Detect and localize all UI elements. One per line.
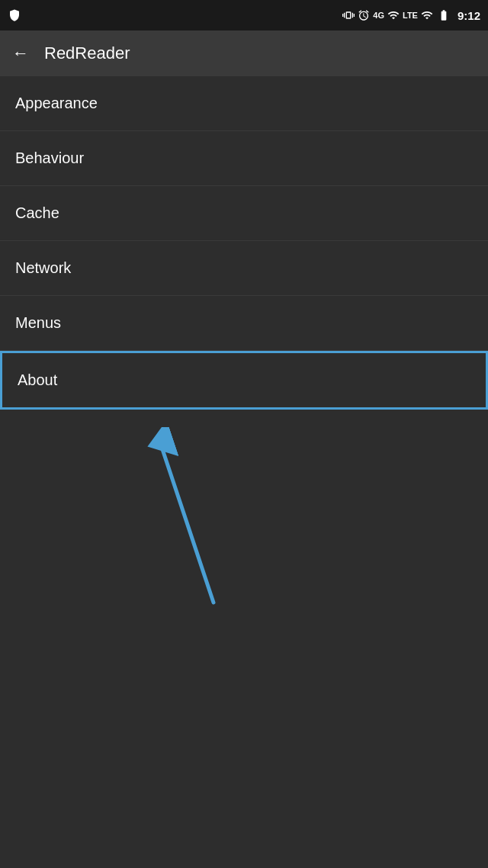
signal-bars-icon bbox=[387, 9, 400, 21]
battery-icon bbox=[436, 9, 451, 21]
menu-item-behaviour[interactable]: Behaviour bbox=[0, 131, 488, 186]
menu-item-appearance[interactable]: Appearance bbox=[0, 76, 488, 131]
svg-line-1 bbox=[160, 442, 214, 603]
toolbar-title: RedReader bbox=[44, 43, 130, 63]
alarm-icon bbox=[358, 9, 370, 21]
status-bar: 4G LTE 9:12 bbox=[0, 0, 488, 31]
vibrate-icon bbox=[342, 9, 355, 21]
time-display: 9:12 bbox=[458, 9, 480, 22]
status-bar-right: 4G LTE 9:12 bbox=[342, 9, 480, 22]
back-button[interactable]: ← bbox=[12, 43, 29, 63]
signal-4g-icon: 4G bbox=[373, 11, 384, 20]
signal-lte-bars-icon bbox=[421, 9, 433, 21]
menu-item-about[interactable]: About bbox=[0, 351, 488, 410]
lte-icon: LTE bbox=[403, 11, 418, 20]
annotation-arrow bbox=[137, 427, 244, 610]
status-bar-left bbox=[8, 8, 21, 22]
shield-icon bbox=[8, 8, 21, 22]
menu-item-cache[interactable]: Cache bbox=[0, 186, 488, 241]
toolbar: ← RedReader bbox=[0, 31, 488, 76]
menu-item-menus[interactable]: Menus bbox=[0, 296, 488, 351]
menu-list: Appearance Behaviour Cache Network Menus… bbox=[0, 76, 488, 410]
menu-item-network[interactable]: Network bbox=[0, 241, 488, 296]
